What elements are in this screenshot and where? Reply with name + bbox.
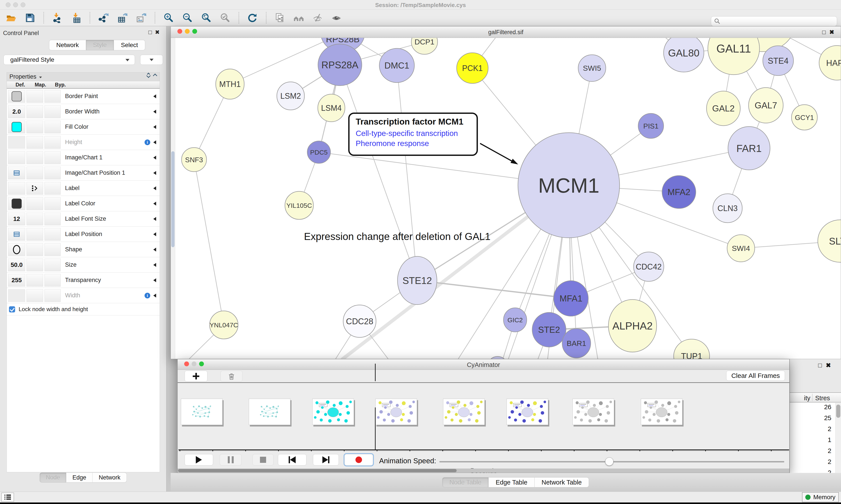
default-value-cell[interactable] — [8, 136, 25, 149]
tab-node[interactable]: Node — [39, 472, 66, 483]
annotation-link-2[interactable]: Pheromone response — [356, 138, 477, 148]
frame-thumbnail-0[interactable] — [181, 399, 222, 425]
frame-thumbnail-4[interactable] — [443, 399, 485, 425]
bypass-cell[interactable] — [44, 258, 61, 271]
frame-thumbnail-5[interactable] — [506, 399, 548, 425]
property-row-shape[interactable]: Shape — [7, 242, 160, 257]
bypass-cell[interactable] — [44, 167, 61, 179]
node-bar1[interactable]: BAR1 — [562, 329, 591, 358]
property-row-fill-color[interactable]: Fill Color — [7, 119, 160, 134]
bypass-cell[interactable] — [44, 228, 61, 240]
memory-button[interactable]: Memory — [802, 492, 839, 502]
zoom-selected-button[interactable] — [219, 12, 232, 24]
mapping-cell[interactable] — [26, 274, 43, 287]
float-window-icon[interactable]: □ — [822, 29, 829, 35]
property-row-label[interactable]: Label — [7, 181, 160, 196]
table-column-centrality[interactable]: ity — [790, 395, 810, 402]
node-cutb[interactable] — [487, 357, 508, 359]
mapping-cell[interactable] — [26, 90, 43, 103]
skip-end-button[interactable] — [313, 454, 339, 466]
search-box[interactable] — [711, 16, 837, 26]
node-ste2[interactable]: STE2 — [532, 312, 566, 347]
node-pis1[interactable]: PIS1 — [638, 113, 664, 138]
node-pck1[interactable]: PCK1 — [457, 53, 488, 84]
property-row-height[interactable]: Heighti — [7, 134, 160, 150]
import-network-button[interactable] — [51, 12, 64, 24]
network-canvas[interactable]: RPS28BDCP1PCK1RPS28ADMC1SWI5GAL80GAL11ST… — [175, 38, 841, 359]
node-snf3[interactable]: SNF3 — [182, 147, 207, 172]
mapping-cell[interactable] — [26, 105, 43, 118]
bypass-cell[interactable] — [44, 136, 61, 149]
node-gal7[interactable]: GAL7 — [749, 88, 783, 123]
mapping-cell[interactable] — [26, 197, 43, 210]
cyanimator-titlebar[interactable]: CyAnimator — [178, 359, 789, 370]
bypass-cell[interactable] — [44, 197, 61, 210]
mapping-cell[interactable] — [26, 228, 43, 240]
bypass-cell[interactable] — [44, 213, 61, 225]
bypass-cell[interactable] — [44, 289, 61, 302]
frame-thumbnail-3[interactable] — [375, 399, 417, 425]
expand-row-icon[interactable] — [153, 186, 156, 190]
annotation-link-1[interactable]: Cell-type-specific transcription — [356, 128, 477, 138]
float-panel-icon[interactable]: □ — [148, 29, 155, 35]
expand-all-icon[interactable] — [146, 74, 151, 78]
node-yil105c[interactable]: YIL105C — [285, 191, 314, 219]
expand-row-icon[interactable] — [153, 278, 156, 282]
bypass-cell[interactable] — [44, 182, 61, 195]
table-scrollbar[interactable] — [835, 403, 841, 484]
speed-slider-handle[interactable] — [605, 457, 613, 466]
stop-button[interactable] — [252, 454, 273, 466]
info-icon[interactable]: i — [145, 293, 150, 299]
node-gic2[interactable]: GIC2 — [503, 308, 527, 332]
default-value-cell[interactable] — [8, 228, 25, 240]
style-selector[interactable]: galFiltered Style — [3, 55, 135, 65]
tab-network[interactable]: Network — [93, 472, 127, 483]
zoom-in-button[interactable] — [162, 12, 175, 24]
expand-row-icon[interactable] — [153, 217, 156, 221]
expand-row-icon[interactable] — [153, 293, 156, 298]
property-row-width[interactable]: Widthi — [7, 288, 160, 303]
close-window-icon[interactable]: ✖ — [829, 29, 838, 35]
tab-edge[interactable]: Edge — [66, 472, 93, 483]
lock-size-checkbox[interactable] — [9, 306, 15, 312]
frame-thumbnail-2[interactable] — [312, 399, 354, 425]
property-row-image-chart-position-1[interactable]: Image/Chart Position 1 — [7, 165, 160, 181]
save-session-button[interactable] — [24, 12, 36, 24]
export-image-button[interactable] — [135, 12, 148, 24]
scrollbar-thumb[interactable] — [178, 469, 457, 472]
property-row-label-position[interactable]: Label Position — [7, 227, 160, 242]
default-value-cell[interactable]: 255 — [8, 274, 25, 287]
collapse-all-icon[interactable] — [153, 74, 157, 78]
default-value-cell[interactable] — [8, 121, 25, 133]
scrollbar-thumb[interactable] — [171, 151, 175, 247]
default-value-cell[interactable] — [8, 197, 25, 210]
tab-network-table[interactable]: Network Table — [535, 477, 589, 487]
timeline-hscrollbar[interactable] — [178, 469, 789, 473]
expand-row-icon[interactable] — [153, 263, 156, 267]
pause-button[interactable] — [220, 454, 241, 466]
expand-row-icon[interactable] — [153, 110, 156, 114]
node-ynl047c[interactable]: YNL047C — [210, 311, 238, 339]
refresh-view-button[interactable] — [246, 12, 259, 24]
frame-thumbnail-1[interactable] — [249, 399, 290, 425]
zoom-fit-button[interactable] — [200, 12, 213, 24]
bypass-cell[interactable] — [44, 105, 61, 118]
mapping-cell[interactable] — [26, 167, 43, 179]
clear-all-frames-button[interactable]: Clear All Frames — [726, 371, 785, 381]
tab-select[interactable]: Select — [114, 40, 145, 50]
tab-node-table[interactable]: Node Table — [442, 477, 489, 487]
property-row-label-color[interactable]: Label Color — [7, 196, 160, 211]
node-alpha2[interactable]: ALPHA2 — [608, 300, 657, 352]
property-row-label-font-size[interactable]: 12Label Font Size — [7, 211, 160, 227]
network-window-titlebar[interactable]: galFiltered.sif □✖ — [171, 26, 841, 38]
mapping-cell[interactable] — [26, 289, 43, 302]
export-table-button[interactable] — [116, 12, 129, 24]
expand-row-icon[interactable] — [153, 125, 156, 129]
expand-row-icon[interactable] — [153, 140, 156, 144]
close-panel-icon[interactable]: ✖ — [826, 362, 835, 369]
expand-row-icon[interactable] — [153, 156, 156, 160]
expand-row-icon[interactable] — [153, 248, 156, 252]
node-lsm4[interactable]: LSM4 — [318, 94, 345, 122]
tab-style[interactable]: Style — [86, 40, 114, 50]
property-row-border-paint[interactable]: Border Paint — [7, 89, 160, 104]
